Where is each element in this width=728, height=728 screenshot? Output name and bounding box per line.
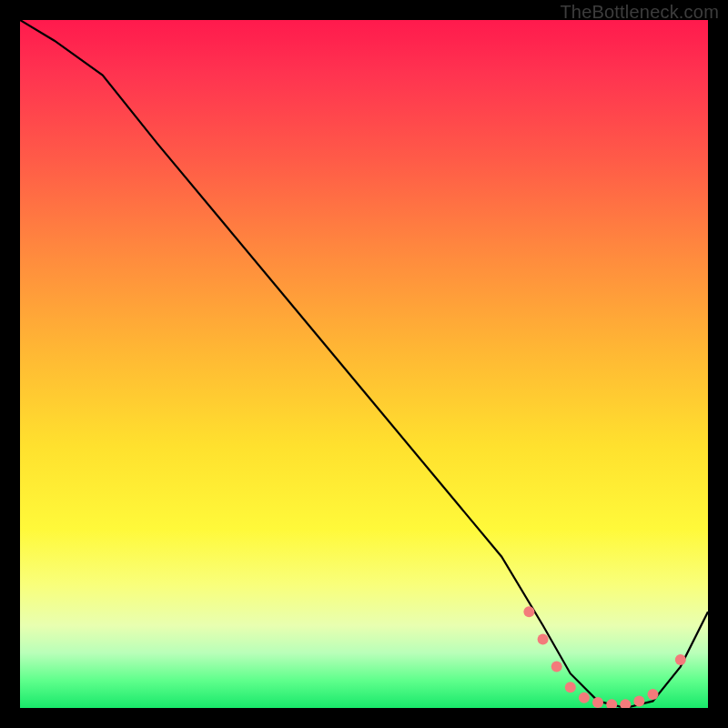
marker-dot [523, 606, 534, 617]
marker-dot [592, 697, 603, 708]
marker-dot [579, 693, 590, 703]
marker-dot [633, 695, 644, 706]
marker-dot [648, 689, 659, 700]
marker-dot [565, 682, 576, 693]
chart-stage: TheBottleneck.com [0, 0, 728, 728]
marker-dot [606, 699, 617, 708]
attribution-text: TheBottleneck.com [560, 2, 719, 23]
marker-dot [620, 699, 631, 708]
marker-dot [551, 662, 562, 672]
curve-markers [523, 606, 685, 708]
gradient-plot-area [20, 20, 708, 708]
curve-svg [20, 20, 708, 708]
bottleneck-curve [20, 20, 708, 708]
marker-dot [675, 654, 686, 665]
marker-dot [538, 633, 549, 644]
